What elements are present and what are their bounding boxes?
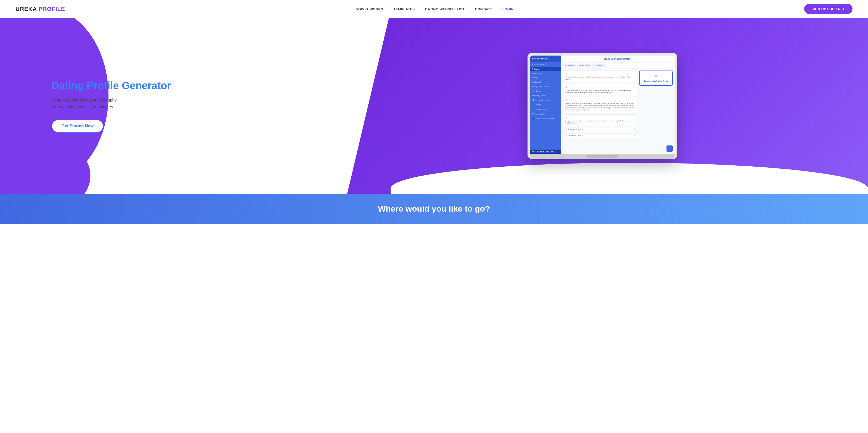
logo: UREKA PROFILE [16,6,65,12]
editor-block-quote: ⊕ ⋯ If women ran the world, we wouldn't … [563,70,637,82]
bottom-section: Where would you like to go? [0,194,868,224]
nav-right: SIGN UP FOR FREE [804,4,852,14]
hero-subtitle: Write an authentic dating biographyfor a… [52,97,337,110]
looking-icon: 🔍 [532,113,534,115]
app-content: ⊕ ⋯ If women ran the world, we wouldn't … [561,68,675,146]
hero-title: Dating Profile Generator [52,79,337,92]
bottom-title: Where would you like to go? [378,204,490,214]
nav-links: HOW IT WORKS TEMPLATES DATING WEBSITE LI… [356,7,514,11]
drag-icon-hobbies: ⊕ [565,99,567,101]
tab-profile-3[interactable]: ✓ Profile 3 [592,64,606,67]
app-editor: ⊕ ⋯ If women ran the world, we wouldn't … [563,70,637,144]
editor-block-bg: ⊕ If I can put a smile on your face, I k… [563,84,637,95]
sidebar-label-intellectual: Intellectual [532,81,541,83]
editor-text-quote: If women ran the world, we wouldn't have… [565,76,631,80]
sidebar-sub-intellectual[interactable]: Intellectual [530,80,561,84]
nav-item-templates[interactable]: TEMPLATES [394,7,414,11]
sidebar-label-fmq: Funny Movie Quotes [532,86,549,87]
sidebar-item-favorite-sentences[interactable]: ⭐ FAVORITE SENTENCES [530,150,561,154]
personality-icon: 👤 [532,108,534,110]
app-main: Build your Dating Profile ✓ Profile 1 ✓ … [561,56,675,154]
social-row-ig: ⊕ IG: @SimplyEmilie_21 ✕ [563,128,637,132]
drag-icon-quote: ⊕ [565,72,567,75]
sidebar-label-favorite: FAVORITE SENTENCES [535,151,556,153]
editor-text-bg: If I can put a smile on your face, I kno… [565,89,630,93]
close-icon-fb[interactable]: ✕ [634,134,636,137]
sidebar-item-interests[interactable]: ⭐Interest & Hobbies [530,98,561,102]
menu-icon: ☰ [532,58,533,60]
hero-visual: ☰ UREKA PROFILE ADD ELEMENT ❝ Quotes Ins… [347,43,868,169]
nav-link-how-it-works[interactable]: HOW IT WORKS [356,7,383,11]
app-sidebar: ☰ UREKA PROFILE ADD ELEMENT ❝ Quotes Ins… [530,56,561,154]
laptop-screen: ☰ UREKA PROFILE ADD ELEMENT ❝ Quotes Ins… [530,56,675,154]
add-element-label: ADD ELEMENT [530,62,561,67]
generate-plus-icon: + [655,74,657,79]
editor-text-hobbies: I love hiking and being in the outdoors.… [565,102,634,111]
hero-section: Dating Profile Generator Write an authen… [0,18,868,194]
hero-content: Dating Profile Generator Write an authen… [0,79,347,132]
social-row-fb: ⊕ FB: @SimplyEmilie_21 ✕ [563,133,637,138]
sidebar-label-opener: Opener [535,90,541,92]
logo-ureka: UREKA [16,6,37,12]
sidebar-item-background[interactable]: 🖼Background [530,93,561,98]
tab-profile-1[interactable]: ✓ Profile 1 [563,64,576,67]
editor-block-hobbies: ⊕ I love hiking and being in the outdoor… [563,97,637,113]
sidebar-item-social-media[interactable]: 📱Social Media Accounts [530,116,561,121]
laptop-base [530,154,675,159]
sidebar-label-funny: Funny [532,77,537,79]
generate-dating-profile-button[interactable]: + Generate Your Dating Profile [639,70,673,86]
sidebar-item-looking-for[interactable]: 🔍Looking For [530,112,561,116]
sidebar-sub-inspirational[interactable]: Inspirational [530,71,561,75]
sidebar-label-religion: Religion [535,104,541,106]
app-main-header: Build your Dating Profile [561,56,675,63]
signup-button[interactable]: SIGN UP FOR FREE [804,4,852,14]
sidebar-label-personality: Personality Traits [535,109,550,110]
app-main-title: Build your Dating Profile [604,58,632,60]
sidebar-item-quotes[interactable]: ❝ Quotes [530,67,561,71]
sidebar-item-religion[interactable]: ✝Religion [530,102,561,107]
navbar: UREKA PROFILE HOW IT WORKS TEMPLATES DAT… [0,0,868,18]
sidebar-label-inspirational: Inspirational [532,72,542,74]
upload-button[interactable]: ↑ [666,146,673,152]
opener-icon: 🔓 [532,90,534,92]
nav-item-dating-website-list[interactable]: DATING WEBSITE LIST [425,7,465,11]
logo-profile: PROFILE [39,6,65,12]
nav-link-dating-website-list[interactable]: DATING WEBSITE LIST [425,7,465,11]
nav-item-how-it-works[interactable]: HOW IT WORKS [356,7,383,11]
sidebar-sub-funny-movie-quotes[interactable]: Funny Movie Quotes [530,84,561,89]
nav-item-contact[interactable]: CONTACT [475,7,492,11]
sidebar-sub-funny[interactable]: Funny [530,75,561,80]
tab-check-2: ✓ [580,64,582,66]
laptop-trackpad [587,155,618,158]
tab-profile-2[interactable]: ✓ Profile 2 [578,64,591,67]
tab-label-1: Profile 1 [567,65,574,66]
more-icon-quote[interactable]: ⋯ [634,72,636,75]
social-icon: 📱 [532,118,534,120]
tab-label-2: Profile 2 [582,65,589,66]
nav-link-contact[interactable]: CONTACT [475,7,492,11]
sidebar-item-personality[interactable]: 👤Personality Traits [530,107,561,112]
sidebar-item-opener[interactable]: 🔓Opener [530,89,561,93]
drag-icon-looking: ⊕ [565,116,567,119]
tab-check-3: ✓ [594,64,596,66]
quotes-icon: ❝ [532,68,533,70]
app-tabs: ✓ Profile 1 ✓ Profile 2 ✓ Profile 3 [561,63,675,68]
sidebar-label-background: Background [535,95,545,96]
background-icon: 🖼 [532,95,534,96]
laptop-mockup: ☰ UREKA PROFILE ADD ELEMENT ❝ Quotes Ins… [528,53,677,159]
sidebar-label-social: Social Media Accounts [535,118,554,120]
generate-label: Generate Your Dating Profile [644,80,668,82]
interests-icon: ⭐ [532,99,534,101]
nav-link-templates[interactable]: TEMPLATES [394,7,414,11]
sidebar-brand-label: UREKA PROFILE [534,58,549,60]
nav-link-login[interactable]: LOGIN [502,7,514,11]
get-started-button[interactable]: Get Started Now [52,120,103,132]
drag-icon-bg: ⊕ [565,86,567,88]
social-text-ig: IG: @SimplyEmilie_21 [568,129,583,130]
sidebar-label-quotes: Quotes [534,68,540,70]
close-icon-ig[interactable]: ✕ [634,129,636,131]
religion-icon: ✝ [532,103,534,106]
social-drag-ig: ⊕ [565,129,567,131]
nav-item-login[interactable]: LOGIN [502,7,514,11]
editor-text-looking: I've gone through my share of dating, an… [565,120,633,124]
